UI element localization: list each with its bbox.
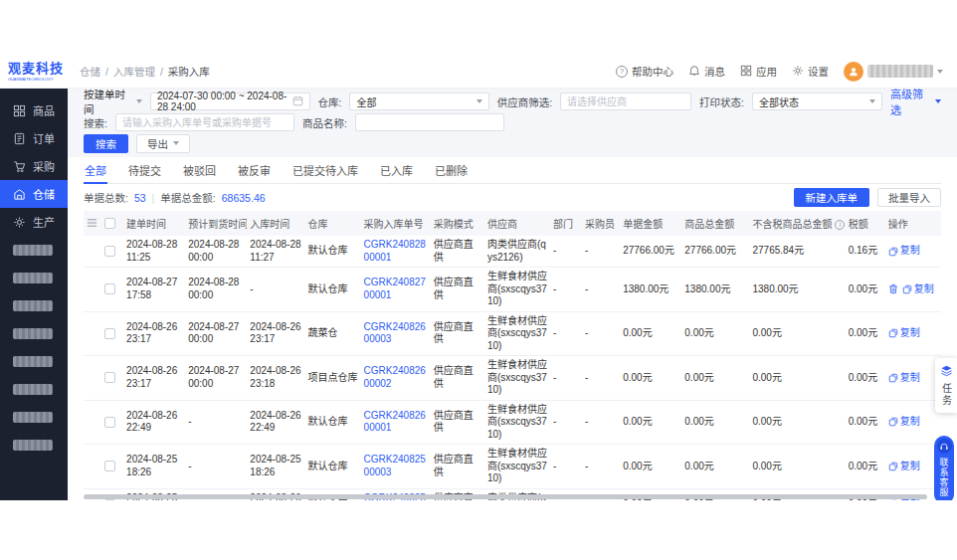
date-range-picker[interactable]: 2024-07-30 00:00 ~ 2024-08-28 24:00 xyxy=(150,93,310,110)
column-header-config xyxy=(84,211,101,236)
row-checkbox[interactable] xyxy=(104,417,115,428)
sidebar-item-redacted[interactable] xyxy=(0,403,68,431)
delete-button[interactable] xyxy=(888,283,898,294)
horizontal-scrollbar[interactable] xyxy=(84,494,927,499)
sidebar-item-采购[interactable]: 采购 xyxy=(0,152,68,180)
chevron-down-icon xyxy=(937,70,943,74)
search-input[interactable] xyxy=(115,113,294,131)
breadcrumb-item[interactable]: 入库管理 xyxy=(113,64,155,79)
sidebar-item-生产[interactable]: 生产 xyxy=(0,208,68,236)
bulk-import-button[interactable]: 批量导入 xyxy=(877,188,941,207)
order-number-link[interactable]: CGRK24082800001 xyxy=(364,239,426,263)
order-number-link[interactable]: CGRK24082600002 xyxy=(364,365,426,389)
table-row: 2024-08-25 18:26-2024-08-25 18:26默认仓库CGR… xyxy=(84,445,941,489)
time-type-select[interactable]: 按建单时间 xyxy=(84,87,142,116)
sidebar-item-redacted[interactable] xyxy=(0,431,68,459)
tab-被驳回[interactable]: 被驳回 xyxy=(182,157,217,183)
help-center-button[interactable]: ? 帮助中心 xyxy=(616,64,673,79)
create-inbound-button[interactable]: 新建入库单 xyxy=(794,188,870,207)
cell-tax: 0.16元 xyxy=(846,236,885,268)
sidebar-item-仓储[interactable]: 仓储 xyxy=(0,180,68,208)
row-checkbox[interactable] xyxy=(104,372,115,383)
breadcrumb-item[interactable]: 仓储 xyxy=(80,64,100,79)
column-header-1: 预计到货时间 xyxy=(185,211,247,236)
messages-button[interactable]: 消息 xyxy=(688,64,725,79)
row-checkbox[interactable] xyxy=(104,246,115,257)
sidebar-item-redacted[interactable] xyxy=(0,236,68,264)
sidebar-item-redacted[interactable] xyxy=(0,319,68,347)
tab-待提交[interactable]: 待提交 xyxy=(127,157,162,183)
cell-buyer: - xyxy=(582,236,620,268)
search-button[interactable]: 搜索 xyxy=(84,134,128,153)
sidebar-item-redacted[interactable] xyxy=(0,347,68,375)
copy-label: 复制 xyxy=(914,283,934,296)
copy-button[interactable]: 复制 xyxy=(888,327,920,340)
settings-button[interactable]: 设置 xyxy=(792,64,829,79)
order-number-link[interactable]: CGRK24082600003 xyxy=(364,321,426,345)
cell-dept: - xyxy=(550,268,582,312)
sidebar-item-label: 订单 xyxy=(33,130,55,146)
apps-grid-icon xyxy=(740,65,752,79)
print-status-select[interactable]: 全部状态 xyxy=(752,93,882,110)
tab-已入库[interactable]: 已入库 xyxy=(379,157,414,183)
breadcrumb: 仓储/入库管理/采购入库 xyxy=(80,64,210,79)
copy-button[interactable]: 复制 xyxy=(888,461,920,473)
row-checkbox[interactable] xyxy=(104,328,115,339)
redacted-label xyxy=(13,440,53,451)
product-name-input[interactable] xyxy=(355,113,504,131)
customer-service-button[interactable]: 联系客服 xyxy=(934,436,954,500)
apps-button[interactable]: 应用 xyxy=(740,64,777,79)
sidebar-item-redacted[interactable] xyxy=(0,375,68,403)
top-bar: 观麦科技 GUANMAITECHNOLOGY 仓储/入库管理/采购入库 ? 帮助… xyxy=(0,55,957,89)
warehouse-select[interactable]: 全部 xyxy=(349,93,488,110)
chevron-down-icon xyxy=(136,99,142,103)
cell-amount: 0.00元 xyxy=(620,445,681,489)
copy-button[interactable]: 复制 xyxy=(888,372,920,385)
calendar-icon xyxy=(292,95,303,108)
copy-button[interactable]: 复制 xyxy=(888,416,920,429)
tab-被反审[interactable]: 被反审 xyxy=(237,157,272,183)
order-number-link[interactable]: CGRK24082600001 xyxy=(364,410,426,434)
user-menu[interactable] xyxy=(844,62,943,82)
copy-label: 复制 xyxy=(900,245,920,258)
sidebar-item-商品[interactable]: 商品 xyxy=(0,96,68,124)
sidebar-item-redacted[interactable] xyxy=(0,291,68,319)
task-panel-button[interactable]: 任务 xyxy=(935,358,957,413)
cell-inbound: 2024-08-26 23:18 xyxy=(247,356,304,401)
filter-bar: 按建单时间 2024-07-30 00:00 ~ 2024-08-28 24:0… xyxy=(68,89,957,157)
cell-expected: 2024-08-28 00:00 xyxy=(185,236,247,268)
row-actions: 复制 xyxy=(888,416,938,429)
column-header-13: 操作 xyxy=(885,211,941,236)
cell-dept: - xyxy=(550,311,582,356)
info-icon: i xyxy=(835,220,845,230)
tab-已删除[interactable]: 已删除 xyxy=(434,157,469,183)
row-checkbox[interactable] xyxy=(104,461,115,471)
summary-bar: 单据总数: 53 | 单据总金额: 68635.46 新建入库单 批量导入 xyxy=(84,184,941,211)
advanced-filter-toggle[interactable]: 高级筛选 xyxy=(890,86,941,117)
order-number-link[interactable]: CGRK24082500003 xyxy=(364,454,426,477)
cell-created: 2024-08-26 22:49 xyxy=(123,400,185,445)
row-actions: 复制 xyxy=(888,327,938,340)
cell-amount: 27766.00元 xyxy=(620,236,681,268)
copy-button[interactable]: 复制 xyxy=(902,283,934,296)
redacted-label xyxy=(13,356,53,367)
select-all-checkbox[interactable] xyxy=(104,218,115,229)
sidebar-item-订单[interactable]: 订单 xyxy=(0,124,68,152)
cell-goods_total: 1380.00元 xyxy=(681,268,749,312)
brand-logo[interactable]: 观麦科技 GUANMAITECHNOLOGY xyxy=(8,62,70,82)
tab-全部[interactable]: 全部 xyxy=(84,157,107,183)
cell-amount: 1380.00元 xyxy=(620,268,681,312)
sidebar-item-redacted[interactable] xyxy=(0,264,68,291)
table-wrap: 建单时间预计到货时间入库时间仓库采购入库单号采购模式供应商部门采购员单据金额商品… xyxy=(84,211,941,500)
breadcrumb-item[interactable]: 采购入库 xyxy=(168,64,210,79)
supplier-filter-input[interactable] xyxy=(560,93,691,110)
export-button[interactable]: 导出 xyxy=(136,134,190,153)
tab-已提交待入库[interactable]: 已提交待入库 xyxy=(291,157,359,183)
copy-button[interactable]: 复制 xyxy=(888,245,920,258)
cell-tax: 0.00元 xyxy=(846,311,885,356)
row-checkbox[interactable] xyxy=(104,283,115,294)
order-number-link[interactable]: CGRK24082700001 xyxy=(364,277,426,300)
warehouse-icon xyxy=(13,188,26,201)
column-label: 入库时间 xyxy=(250,219,289,230)
redacted-label xyxy=(13,245,53,256)
